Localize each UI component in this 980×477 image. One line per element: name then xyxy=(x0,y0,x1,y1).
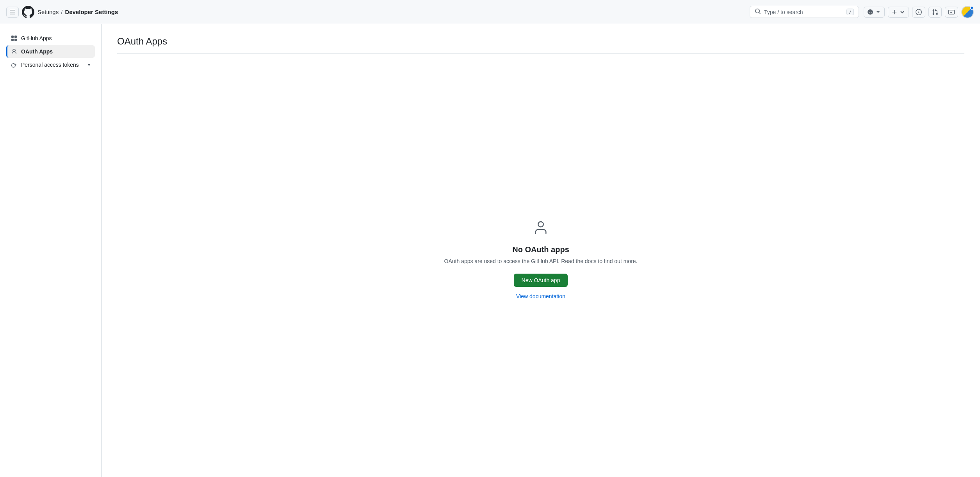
create-chevron-icon xyxy=(899,9,905,15)
search-placeholder: Type / to search xyxy=(764,9,843,15)
hamburger-button[interactable] xyxy=(6,7,19,18)
empty-description: OAuth apps are used to access the GitHub… xyxy=(444,258,638,264)
header-left: Settings / Developer Settings xyxy=(6,6,745,18)
sidebar-item-github-apps[interactable]: GitHub Apps xyxy=(6,32,95,44)
view-documentation-link[interactable]: View documentation xyxy=(516,293,565,299)
header-actions xyxy=(864,6,974,18)
sidebar-item-label: Personal access tokens xyxy=(21,62,79,68)
header: Settings / Developer Settings Type / to … xyxy=(0,0,980,24)
chevron-down-icon xyxy=(875,9,881,15)
svg-point-0 xyxy=(538,222,543,227)
avatar-notification-dot xyxy=(970,6,974,10)
empty-state: No OAuth apps OAuth apps are used to acc… xyxy=(117,53,964,465)
key-icon xyxy=(11,62,17,68)
inbox-button[interactable] xyxy=(945,7,958,18)
layout: GitHub Apps OAuth Apps Personal access t… xyxy=(0,24,980,477)
issues-icon xyxy=(916,9,922,15)
breadcrumb: Settings / Developer Settings xyxy=(37,9,118,15)
sidebar-item-oauth-apps[interactable]: OAuth Apps xyxy=(6,45,95,58)
new-oauth-app-button[interactable]: New OAuth app xyxy=(514,274,568,287)
apps-icon xyxy=(11,35,17,41)
page-title: OAuth Apps xyxy=(117,36,964,47)
copilot-button[interactable] xyxy=(864,7,885,18)
pullrequest-icon xyxy=(932,9,938,15)
search-kbd: / xyxy=(846,9,854,15)
search-bar[interactable]: Type / to search / xyxy=(750,6,859,18)
developer-settings-title: Developer Settings xyxy=(65,9,118,15)
main-content: OAuth Apps No OAuth apps OAuth apps are … xyxy=(102,24,980,477)
user-icon xyxy=(11,48,17,55)
sidebar-item-personal-access-tokens[interactable]: Personal access tokens ▾ xyxy=(6,59,95,71)
sidebar: GitHub Apps OAuth Apps Personal access t… xyxy=(0,24,102,477)
settings-link[interactable]: Settings xyxy=(37,9,59,15)
empty-title: No OAuth apps xyxy=(512,245,569,254)
issues-button[interactable] xyxy=(912,7,925,18)
hamburger-icon xyxy=(9,9,16,15)
breadcrumb-separator: / xyxy=(61,9,62,15)
github-logo xyxy=(22,6,34,18)
create-button[interactable] xyxy=(888,7,909,18)
empty-user-icon xyxy=(533,220,549,239)
avatar[interactable] xyxy=(961,6,974,18)
search-icon xyxy=(755,8,761,16)
copilot-icon xyxy=(867,9,873,15)
pullrequests-button[interactable] xyxy=(928,7,942,18)
plus-icon xyxy=(891,9,898,15)
sidebar-item-label: GitHub Apps xyxy=(21,35,52,41)
sidebar-item-label: OAuth Apps xyxy=(21,48,53,55)
inbox-icon xyxy=(948,9,955,15)
chevron-down-icon: ▾ xyxy=(88,62,90,68)
